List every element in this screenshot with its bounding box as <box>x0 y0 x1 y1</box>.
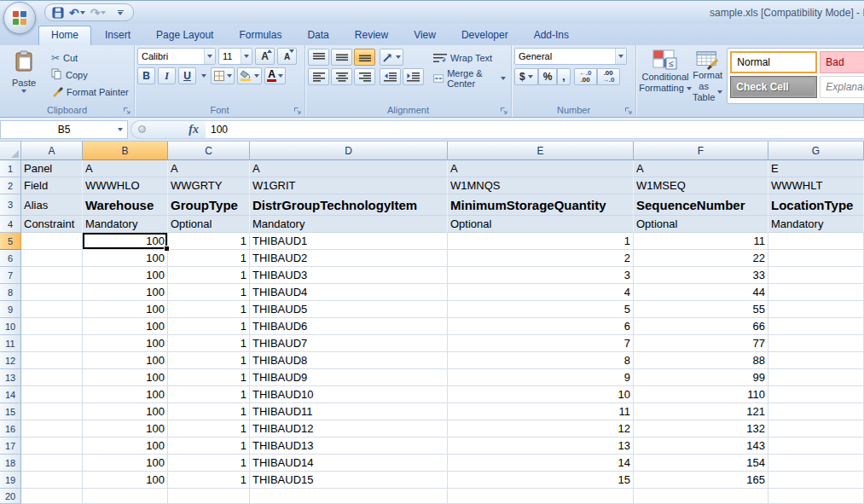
format-painter-button[interactable]: Format Painter <box>49 84 131 101</box>
cell-E20[interactable] <box>448 489 634 504</box>
row-header-20[interactable]: 20 <box>0 489 21 504</box>
wrap-text-button[interactable]: Wrap Text <box>431 49 508 67</box>
cell-E7[interactable]: 3 <box>448 267 634 284</box>
font-color-caret-icon[interactable] <box>278 74 283 78</box>
cell-A12[interactable] <box>21 352 83 369</box>
row-header-5[interactable]: 5 <box>0 233 21 250</box>
merge-center-button[interactable]: Merge & Center <box>431 70 508 87</box>
undo-caret-icon[interactable] <box>80 11 85 14</box>
increase-decimal-button[interactable]: ←.0 .00 <box>574 68 597 85</box>
cell-A4[interactable]: Constraint <box>21 216 83 233</box>
conditional-formatting-caret-icon[interactable] <box>687 87 692 90</box>
fill-color-button[interactable] <box>237 67 262 84</box>
cell-E6[interactable]: 2 <box>448 250 634 267</box>
tab-formulas[interactable]: Formulas <box>227 26 293 45</box>
cell-A7[interactable] <box>21 267 83 284</box>
cell-C17[interactable]: 1 <box>168 437 250 455</box>
font-size-caret-icon[interactable] <box>241 49 252 64</box>
cell-D8[interactable]: THIBAUD4 <box>250 284 448 301</box>
cell-F10[interactable]: 66 <box>634 318 768 335</box>
redo-caret-icon[interactable] <box>101 11 106 14</box>
cell-A8[interactable] <box>21 284 83 301</box>
conditional-formatting-button[interactable]: ≤ Conditional Formatting <box>639 48 692 104</box>
cell-D18[interactable]: THIBAUD14 <box>250 455 448 472</box>
font-name-combo[interactable]: Calibri <box>137 48 216 65</box>
cell-E18[interactable]: 14 <box>448 455 634 472</box>
cell-F7[interactable]: 33 <box>634 267 768 284</box>
copy-button[interactable]: Copy <box>49 67 131 84</box>
cell-G19[interactable] <box>768 472 864 489</box>
cell-G16[interactable] <box>768 420 864 437</box>
cell-A19[interactable] <box>21 472 83 489</box>
cell-C13[interactable]: 1 <box>168 369 250 386</box>
cell-A16[interactable] <box>21 420 83 437</box>
underline-button[interactable]: U <box>178 67 196 84</box>
row-header-15[interactable]: 15 <box>0 403 21 420</box>
cell-C10[interactable]: 1 <box>168 318 250 335</box>
underline-caret-icon[interactable] <box>199 67 208 84</box>
cell-B3[interactable]: Warehouse <box>83 194 168 216</box>
row-header-14[interactable]: 14 <box>0 386 21 403</box>
cell-D17[interactable]: THIBAUD13 <box>250 437 448 455</box>
cell-A18[interactable] <box>21 455 83 472</box>
cell-D11[interactable]: THIBAUD7 <box>250 335 448 352</box>
percent-button[interactable]: % <box>538 68 558 85</box>
cell-F3[interactable]: SequenceNumber <box>634 194 768 216</box>
cell-G15[interactable] <box>768 403 864 420</box>
cell-F2[interactable]: W1MSEQ <box>634 177 768 194</box>
cell-C3[interactable]: GroupType <box>168 194 250 216</box>
column-header-A[interactable]: A <box>21 142 83 160</box>
grip-icon[interactable] <box>138 125 146 133</box>
cell-F14[interactable]: 110 <box>634 386 768 403</box>
cell-G4[interactable]: Mandatory <box>768 216 864 233</box>
number-dialog-launcher[interactable] <box>623 106 634 116</box>
save-button[interactable] <box>50 5 66 20</box>
format-as-table-button[interactable]: Format as Table <box>692 48 723 104</box>
cell-B6[interactable]: 100 <box>83 250 168 267</box>
increase-indent-button[interactable] <box>403 68 424 85</box>
style-normal[interactable]: Normal <box>730 51 817 73</box>
row-header-17[interactable]: 17 <box>0 437 21 455</box>
row-header-6[interactable]: 6 <box>0 250 21 267</box>
cell-F8[interactable]: 44 <box>634 284 768 301</box>
cell-C4[interactable]: Optional <box>168 216 250 233</box>
tab-home[interactable]: Home <box>38 26 91 45</box>
font-size-combo[interactable]: 11 <box>218 48 252 65</box>
cell-B1[interactable]: A <box>83 160 168 177</box>
borders-caret-icon[interactable] <box>227 74 232 78</box>
cell-B19[interactable]: 100 <box>83 472 168 489</box>
cell-G9[interactable] <box>768 301 864 318</box>
tab-page-layout[interactable]: Page Layout <box>144 26 225 45</box>
cell-D9[interactable]: THIBAUD5 <box>250 301 448 318</box>
cell-F13[interactable]: 99 <box>634 369 768 386</box>
cell-C19[interactable]: 1 <box>168 472 250 489</box>
cell-B14[interactable]: 100 <box>83 386 168 403</box>
cell-D13[interactable]: THIBAUD9 <box>250 369 448 386</box>
cell-E16[interactable]: 12 <box>448 420 634 437</box>
cell-C9[interactable]: 1 <box>168 301 250 318</box>
cell-C16[interactable]: 1 <box>168 420 250 437</box>
column-header-D[interactable]: D <box>250 142 448 160</box>
cell-G8[interactable] <box>768 284 864 301</box>
cell-C1[interactable]: A <box>168 160 250 177</box>
cell-E17[interactable]: 13 <box>448 437 634 455</box>
align-right-button[interactable] <box>354 68 375 85</box>
row-header-7[interactable]: 7 <box>0 267 21 284</box>
formula-input[interactable]: 100 <box>206 120 864 139</box>
tab-view[interactable]: View <box>402 26 448 45</box>
align-center-button[interactable] <box>331 68 352 85</box>
tab-review[interactable]: Review <box>343 26 400 45</box>
insert-function-button[interactable]: fx <box>188 123 199 136</box>
cell-A1[interactable]: Panel <box>21 160 83 177</box>
column-header-E[interactable]: E <box>448 142 634 160</box>
cell-E9[interactable]: 5 <box>448 301 634 318</box>
cell-E15[interactable]: 11 <box>448 403 634 420</box>
cell-D15[interactable]: THIBAUD11 <box>250 403 448 420</box>
cell-B7[interactable]: 100 <box>83 267 168 284</box>
undo-button[interactable]: ↶ <box>67 5 87 20</box>
cell-C12[interactable]: 1 <box>168 352 250 369</box>
row-header-10[interactable]: 10 <box>0 318 21 335</box>
office-button[interactable] <box>3 2 36 34</box>
cell-G5[interactable] <box>768 233 864 250</box>
row-header-1[interactable]: 1 <box>0 160 21 177</box>
